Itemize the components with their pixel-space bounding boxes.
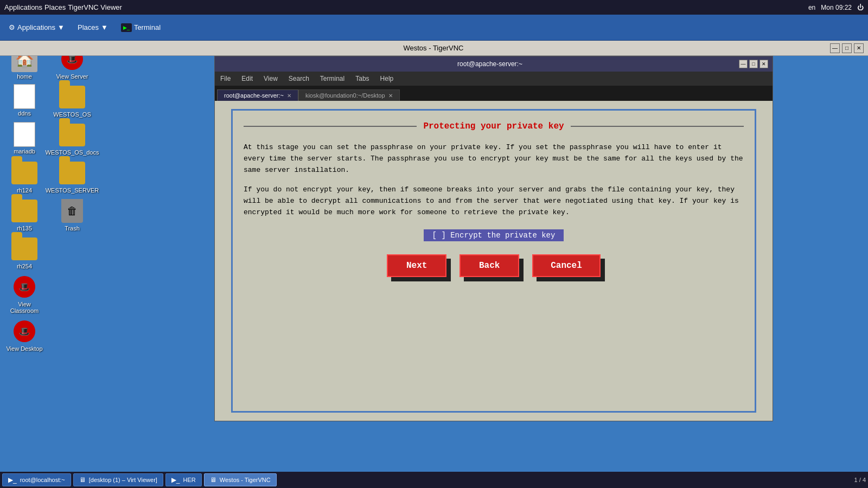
vnc-close-button[interactable]: ✕ (854, 43, 864, 53)
back-button[interactable]: Back (459, 254, 519, 277)
dialog-paragraph-1: At this stage you can set the passphrase… (244, 142, 744, 176)
rh135-folder-icon (11, 200, 37, 222)
bottom-task-virt-label: [desktop (1) – Virt Viewer] (89, 477, 157, 483)
terminal-icon: ▶_ (121, 23, 132, 32)
desktop-icon-view-classroom[interactable]: 🎩 View Classroom (5, 274, 43, 314)
cancel-button-face: Cancel (532, 254, 601, 277)
menu-tabs[interactable]: Tabs (352, 74, 372, 84)
redhat-logo-desktop: 🎩 (14, 320, 35, 342)
vnc-window-title: Westos - TigerVNC (37, 44, 830, 52)
taskbar-terminal[interactable]: ▶_ Terminal (117, 21, 165, 34)
dialog-paragraph-2: If you do not encrypt your key, then if … (244, 184, 744, 218)
terminal-minimize-button[interactable]: — (739, 60, 748, 68)
encrypt-checkbox-label[interactable]: [ ] Encrypt the private key (424, 229, 564, 241)
dialog-title: Protecting your private key (417, 121, 570, 131)
terminal-tab-1[interactable]: kiosk@foundation0:~/Desktop ✕ (298, 89, 400, 101)
tab-0-label: root@apache-server:~ (224, 92, 284, 99)
desktop-icon-mariadb[interactable]: mariadb (5, 122, 43, 156)
tigervnc-task-icon: 🖥 (210, 476, 216, 484)
terminal-window-controls: — □ ✕ (739, 60, 768, 68)
desktop-icon-rh254[interactable]: rh254 (5, 236, 43, 269)
terminal-window-title: root@apache-server:~ (241, 60, 739, 68)
rh254-folder-icon (11, 237, 37, 260)
desktop-icon-westos-server[interactable]: WESTOS_SERVER (53, 160, 91, 194)
westos-os-docs-folder-icon (59, 124, 85, 146)
tigervnc-menu[interactable]: TigerVNC Viewer (68, 3, 122, 11)
dialog-buttons: Next Back Cancel (244, 254, 744, 277)
ddns-file-icon (14, 84, 35, 109)
menu-help[interactable]: Help (377, 74, 397, 84)
desktop-icon-westos-os-docs[interactable]: WESTOS_OS_docs (53, 122, 91, 156)
terminal-task-icon: ▶_ (8, 476, 17, 484)
bottom-task-root-label: root@localhost:~ (20, 477, 65, 483)
title-line-right (571, 126, 744, 127)
applications-arrow: ▼ (58, 23, 65, 31)
menu-file[interactable]: File (217, 74, 234, 84)
menu-edit[interactable]: Edit (238, 74, 256, 84)
vnc-maximize-button[interactable]: □ (842, 43, 852, 53)
back-button-face: Back (459, 254, 519, 277)
menu-terminal[interactable]: Terminal (317, 74, 348, 84)
desktop-icon-rh135[interactable]: rh135 (5, 198, 43, 232)
trash-icon: 🗑 (61, 199, 83, 223)
applications-menu[interactable]: Applications (4, 3, 42, 11)
cancel-button[interactable]: Cancel (532, 254, 601, 277)
page-indicator: 1 / 4 (854, 477, 866, 483)
desktop-icon-view-desktop[interactable]: 🎩 View Desktop (5, 318, 43, 352)
redhat-logo-classroom: 🎩 (14, 276, 35, 298)
title-line-left (244, 126, 417, 127)
terminal-content: Protecting your private key At this stag… (215, 101, 773, 421)
desktop-icon-westos-os[interactable]: WESTOS_OS (53, 84, 91, 118)
bottom-task-her-label: HER (183, 477, 196, 483)
terminal-menubar: File Edit View Search Terminal Tabs Help (215, 72, 773, 86)
virt-viewer-icon: 🖥 (79, 476, 86, 484)
next-button-face: Next (387, 254, 446, 277)
her-icon: ▶_ (171, 476, 180, 484)
westos-server-folder-icon (59, 162, 85, 184)
tab-0-close[interactable]: ✕ (287, 93, 291, 99)
places-arrow: ▼ (101, 23, 108, 31)
desktop-icon-trash[interactable]: 🗑 Trash (53, 198, 91, 232)
westos-os-folder-icon (59, 86, 85, 108)
dialog-title-bar: Protecting your private key (244, 121, 744, 131)
terminal-maximize-button[interactable]: □ (749, 60, 758, 68)
system-bar: Applications Places TigerVNC Viewer en M… (0, 0, 868, 15)
mariadb-file-icon (14, 122, 35, 147)
next-button[interactable]: Next (387, 254, 446, 277)
terminal-titlebar: root@apache-server:~ — □ ✕ (215, 56, 773, 72)
taskbar-applications[interactable]: ⚙ Applications ▼ (4, 21, 69, 34)
terminal-close-button[interactable]: ✕ (760, 60, 768, 68)
taskbar-places[interactable]: Places ▼ (73, 21, 112, 34)
tab-1-label: kiosk@foundation0:~/Desktop (305, 92, 385, 99)
desktop: 🏠 home 🎩 View Server ddns (0, 41, 868, 472)
clock: Mon 09:22 (821, 4, 852, 11)
dialog-body: At this stage you can set the passphrase… (244, 142, 744, 219)
vnc-window-controls: — □ ✕ (830, 43, 864, 53)
terminal-tab-0[interactable]: root@apache-server:~ ✕ (217, 89, 298, 101)
places-menu[interactable]: Places (44, 3, 66, 11)
vnc-titlebar: Westos - TigerVNC — □ ✕ (0, 41, 868, 56)
terminal-window: root@apache-server:~ — □ ✕ File Edit Vie… (214, 56, 773, 421)
desktop-icon-ddns[interactable]: ddns (5, 84, 43, 118)
menu-search[interactable]: Search (285, 74, 312, 84)
bottom-task-tigervnc[interactable]: 🖥 Westos - TigerVNC (204, 473, 277, 486)
taskbar: ⚙ Applications ▼ Places ▼ ▶_ Terminal (0, 15, 868, 41)
bottom-task-tigervnc-label: Westos - TigerVNC (220, 477, 271, 483)
encrypt-checkbox-area: [ ] Encrypt the private key (244, 229, 744, 241)
ssl-dialog: Protecting your private key At this stag… (231, 109, 756, 413)
terminal-tabs: root@apache-server:~ ✕ kiosk@foundation0… (215, 86, 773, 101)
rh124-folder-icon (11, 162, 37, 184)
bottom-bar-right: 1 / 4 (854, 477, 866, 483)
bottom-taskbar: ▶_ root@localhost:~ 🖥 [desktop (1) – Vir… (0, 472, 868, 488)
desktop-icon-rh124[interactable]: rh124 (5, 160, 43, 194)
power-icon[interactable]: ⏻ (857, 4, 864, 11)
language-indicator: en (808, 4, 815, 11)
desktop-icons: 🏠 home 🎩 View Server ddns (5, 46, 91, 352)
applications-icon: ⚙ (9, 23, 15, 31)
bottom-task-virt-viewer[interactable]: 🖥 [desktop (1) – Virt Viewer] (73, 473, 163, 486)
menu-view[interactable]: View (260, 74, 281, 84)
bottom-task-her[interactable]: ▶_ HER (165, 473, 202, 486)
vnc-minimize-button[interactable]: — (830, 43, 840, 53)
bottom-task-root[interactable]: ▶_ root@localhost:~ (2, 473, 71, 486)
tab-1-close[interactable]: ✕ (388, 93, 393, 99)
